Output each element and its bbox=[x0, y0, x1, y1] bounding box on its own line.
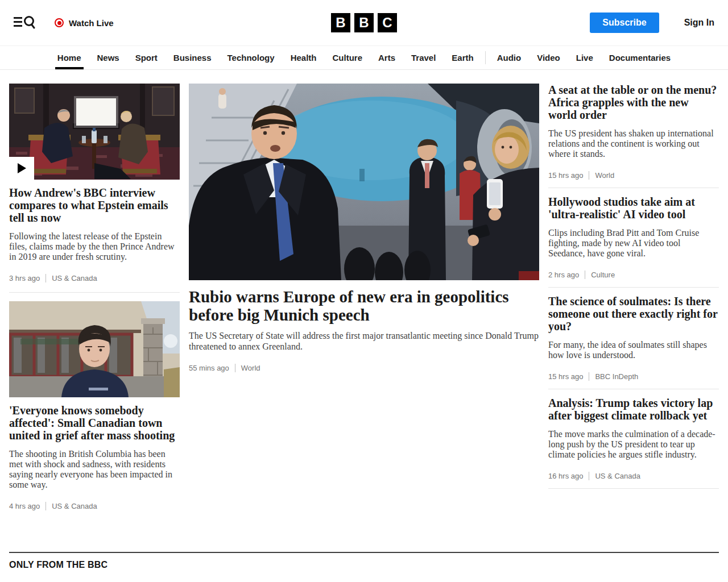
story-timestamp: 3 hrs ago bbox=[9, 274, 40, 282]
primary-nav: Home News Sport Business Technology Heal… bbox=[0, 45, 728, 70]
nav-item-home[interactable]: Home bbox=[49, 46, 89, 69]
nav-item-live[interactable]: Live bbox=[568, 46, 601, 69]
right-column: A seat at the table or on the menu? Afri… bbox=[548, 84, 719, 520]
nav-item-sport[interactable]: Sport bbox=[127, 46, 166, 69]
canadian-town-photo-illustration bbox=[9, 301, 180, 397]
story-summary: For many, the idea of soulmates still sh… bbox=[548, 340, 719, 360]
story-meta: 2 hrs ago Culture bbox=[548, 271, 719, 279]
meta-divider bbox=[235, 364, 235, 372]
nav-divider bbox=[485, 51, 486, 64]
story-media[interactable] bbox=[189, 84, 539, 280]
story-headline[interactable]: How Andrew's BBC interview compares to w… bbox=[9, 186, 180, 224]
story-category[interactable]: World bbox=[595, 171, 614, 180]
story-summary: The shooting in British Columbia has bee… bbox=[9, 449, 180, 490]
only-from-the-bbc-section: ONLY FROM THE BBC bbox=[9, 552, 719, 582]
story-category[interactable]: World bbox=[241, 364, 260, 372]
nav-item-travel[interactable]: Travel bbox=[403, 46, 444, 69]
nav-item-arts[interactable]: Arts bbox=[370, 46, 403, 69]
header: Watch Live B B C Subscribe Sign In bbox=[0, 0, 728, 45]
story-timestamp: 16 hrs ago bbox=[548, 472, 583, 480]
story-meta: 4 hrs ago US & Canada bbox=[9, 502, 180, 510]
story-card: A seat at the table or on the menu? Afri… bbox=[548, 84, 719, 188]
rubio-photo-illustration bbox=[189, 84, 539, 280]
sign-in-link[interactable]: Sign In bbox=[684, 18, 714, 28]
story-card: How Andrew's BBC interview compares to w… bbox=[9, 84, 180, 292]
story-timestamp: 2 hrs ago bbox=[548, 271, 579, 279]
lead-story-card: Rubio warns Europe of new era in geopoli… bbox=[189, 84, 539, 372]
nav-item-documentaries[interactable]: Documentaries bbox=[601, 46, 679, 69]
story-timestamp: 4 hrs ago bbox=[9, 502, 40, 510]
story-card: Analysis: Trump takes victory lap after … bbox=[548, 389, 719, 489]
live-icon bbox=[55, 18, 64, 27]
story-meta: 15 hrs ago BBC InDepth bbox=[548, 372, 719, 381]
watch-live-label: Watch Live bbox=[69, 18, 114, 28]
meta-divider bbox=[46, 274, 46, 282]
story-timestamp: 15 hrs ago bbox=[548, 171, 583, 180]
story-category[interactable]: US & Canada bbox=[52, 274, 97, 282]
story-media[interactable] bbox=[9, 301, 180, 397]
meta-divider bbox=[585, 271, 585, 279]
meta-divider bbox=[589, 372, 589, 381]
story-media[interactable] bbox=[9, 84, 180, 180]
story-summary: The US president has shaken up internati… bbox=[548, 128, 719, 159]
nav-item-culture[interactable]: Culture bbox=[324, 46, 370, 69]
nav-item-health[interactable]: Health bbox=[283, 46, 325, 69]
story-summary: The move marks the culmination of a deca… bbox=[548, 429, 719, 460]
logo-letter: C bbox=[378, 13, 397, 32]
nav-item-audio[interactable]: Audio bbox=[489, 46, 530, 69]
story-headline[interactable]: Rubio warns Europe of new era in geopoli… bbox=[189, 288, 539, 324]
story-category[interactable]: Culture bbox=[591, 271, 615, 279]
logo-letter: B bbox=[331, 13, 350, 32]
story-category[interactable]: US & Canada bbox=[595, 472, 640, 480]
menu-search-button[interactable] bbox=[14, 15, 35, 31]
meta-divider bbox=[46, 502, 46, 510]
nav-item-video[interactable]: Video bbox=[529, 46, 568, 69]
top-stories: How Andrew's BBC interview compares to w… bbox=[0, 70, 728, 520]
story-timestamp: 55 mins ago bbox=[189, 364, 229, 372]
subscribe-button[interactable]: Subscribe bbox=[590, 13, 659, 33]
meta-divider bbox=[589, 171, 589, 180]
menu-search-icon bbox=[14, 15, 35, 31]
interview-photo-illustration bbox=[9, 84, 180, 180]
story-card: The science of soulmates: Is there someo… bbox=[548, 288, 719, 389]
story-category[interactable]: BBC InDepth bbox=[595, 372, 638, 381]
story-meta: 15 hrs ago World bbox=[548, 171, 719, 180]
bbc-logo[interactable]: B B C bbox=[331, 13, 397, 32]
story-headline[interactable]: A seat at the table or on the menu? Afri… bbox=[548, 84, 719, 121]
story-headline[interactable]: 'Everyone knows somebody affected': Smal… bbox=[9, 404, 180, 442]
left-column: How Andrew's BBC interview compares to w… bbox=[9, 84, 180, 520]
nav-item-business[interactable]: Business bbox=[166, 46, 220, 69]
story-category[interactable]: US & Canada bbox=[52, 502, 97, 510]
story-timestamp: 15 hrs ago bbox=[548, 372, 583, 381]
nav-item-news[interactable]: News bbox=[89, 46, 127, 69]
story-meta: 3 hrs ago US & Canada bbox=[9, 274, 180, 282]
story-summary: The US Secretary of State will address t… bbox=[189, 330, 539, 352]
story-card: 'Everyone knows somebody affected': Smal… bbox=[9, 292, 180, 520]
story-summary: Following the latest release of the Epst… bbox=[9, 231, 180, 262]
story-meta: 16 hrs ago US & Canada bbox=[548, 472, 719, 480]
story-headline[interactable]: Hollywood studios take aim at 'ultra-rea… bbox=[548, 196, 719, 221]
story-summary: Clips including Brad Pitt and Tom Cruise… bbox=[548, 228, 719, 259]
story-meta: 55 mins ago World bbox=[189, 364, 539, 372]
story-headline[interactable]: Analysis: Trump takes victory lap after … bbox=[548, 397, 719, 422]
watch-live-link[interactable]: Watch Live bbox=[55, 18, 114, 28]
nav-item-earth[interactable]: Earth bbox=[444, 46, 481, 69]
meta-divider bbox=[589, 472, 589, 480]
play-button[interactable] bbox=[9, 157, 34, 180]
nav-item-technology[interactable]: Technology bbox=[220, 46, 283, 69]
logo-letter: B bbox=[354, 13, 374, 32]
story-headline[interactable]: The science of soulmates: Is there someo… bbox=[548, 295, 719, 332]
center-column: Rubio warns Europe of new era in geopoli… bbox=[189, 84, 539, 520]
story-card: Hollywood studios take aim at 'ultra-rea… bbox=[548, 188, 719, 288]
play-icon bbox=[17, 163, 26, 173]
section-title: ONLY FROM THE BBC bbox=[9, 560, 719, 570]
